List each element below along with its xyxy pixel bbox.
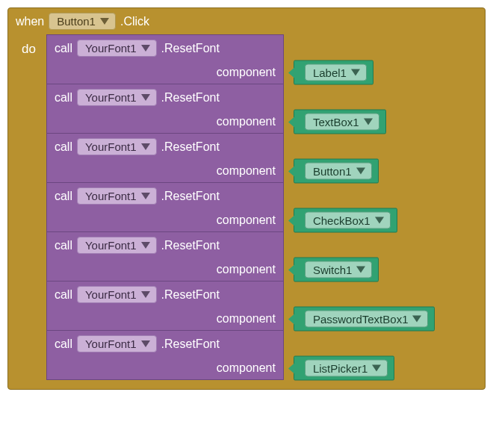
do-keyword: do xyxy=(19,34,46,57)
event-header: when Button1 .Click xyxy=(8,8,485,34)
call-arg-row: componentPasswordTextBox1 xyxy=(47,308,283,330)
call-object-label: YourFont1 xyxy=(85,42,137,55)
call-block[interactable]: callYourFont1.ResetFontcomponentSwitch1 xyxy=(46,232,284,281)
chevron-down-icon xyxy=(351,69,360,76)
call-object-dropdown[interactable]: YourFont1 xyxy=(77,40,157,57)
call-method: .ResetFont xyxy=(161,239,220,252)
call-arg-row: componentListPicker1 xyxy=(47,357,283,379)
call-object-dropdown[interactable]: YourFont1 xyxy=(77,138,157,155)
call-object-label: YourFont1 xyxy=(85,337,137,350)
component-label: ListPicker1 xyxy=(313,362,368,375)
arg-label: component xyxy=(217,361,276,375)
chevron-down-icon xyxy=(141,45,150,52)
chevron-down-icon xyxy=(141,193,150,199)
call-header: callYourFont1.ResetFont xyxy=(47,183,283,209)
component-dropdown[interactable]: Button1 xyxy=(305,163,372,180)
chevron-down-icon xyxy=(356,168,365,175)
chevron-down-icon xyxy=(412,316,421,323)
event-block-button1-click[interactable]: when Button1 .Click do callYourFont1.Res… xyxy=(7,7,486,390)
call-object-dropdown[interactable]: YourFont1 xyxy=(77,286,157,303)
event-name: .Click xyxy=(120,15,149,28)
component-dropdown[interactable]: PasswordTextBox1 xyxy=(305,311,429,328)
call-arg-row: componentLabel1 xyxy=(47,61,283,84)
component-label: PasswordTextBox1 xyxy=(313,313,409,326)
when-keyword: when xyxy=(16,15,44,28)
arg-value-block[interactable]: Label1 xyxy=(294,60,373,85)
component-dropdown[interactable]: CheckBox1 xyxy=(305,212,391,229)
call-keyword: call xyxy=(55,337,72,351)
chevron-down-icon xyxy=(372,365,381,372)
call-arg-row: componentButton1 xyxy=(47,160,283,182)
call-header: callYourFont1.ResetFont xyxy=(47,232,283,258)
chevron-down-icon xyxy=(100,18,109,25)
event-target-dropdown[interactable]: Button1 xyxy=(49,13,116,30)
component-dropdown[interactable]: Label1 xyxy=(305,64,367,81)
component-dropdown[interactable]: Switch1 xyxy=(305,261,373,279)
call-block[interactable]: callYourFont1.ResetFontcomponentTextBox1 xyxy=(46,84,284,134)
call-keyword: call xyxy=(55,42,72,55)
arg-value-block[interactable]: Switch1 xyxy=(294,258,379,282)
call-object-label: YourFont1 xyxy=(85,140,137,153)
call-block[interactable]: callYourFont1.ResetFontcomponentButton1 xyxy=(46,134,284,183)
component-label: CheckBox1 xyxy=(313,214,370,227)
call-method: .ResetFont xyxy=(161,337,220,351)
chevron-down-icon xyxy=(141,291,150,298)
do-stack: callYourFont1.ResetFontcomponentLabel1ca… xyxy=(46,34,284,380)
chevron-down-icon xyxy=(141,143,150,150)
call-arg-row: componentSwitch1 xyxy=(47,258,283,281)
arg-label: component xyxy=(217,312,276,326)
arg-label: component xyxy=(217,263,276,276)
arg-label: component xyxy=(217,115,276,128)
chevron-down-icon xyxy=(141,94,150,101)
component-dropdown[interactable]: ListPicker1 xyxy=(305,360,388,377)
call-keyword: call xyxy=(55,239,72,252)
call-object-label: YourFont1 xyxy=(85,190,137,202)
call-method: .ResetFont xyxy=(161,288,220,302)
event-body: do callYourFont1.ResetFontcomponentLabel… xyxy=(8,34,485,389)
call-header: callYourFont1.ResetFont xyxy=(47,281,283,308)
call-object-dropdown[interactable]: YourFont1 xyxy=(77,89,157,106)
arg-value-block[interactable]: TextBox1 xyxy=(294,110,386,134)
chevron-down-icon xyxy=(141,340,150,347)
call-object-dropdown[interactable]: YourFont1 xyxy=(77,187,157,205)
chevron-down-icon xyxy=(141,242,150,249)
component-label: TextBox1 xyxy=(313,116,359,128)
arg-value-block[interactable]: ListPicker1 xyxy=(294,356,394,381)
call-block[interactable]: callYourFont1.ResetFontcomponentListPick… xyxy=(46,331,284,380)
call-object-label: YourFont1 xyxy=(85,288,137,301)
call-header: callYourFont1.ResetFont xyxy=(47,134,283,160)
call-object-label: YourFont1 xyxy=(85,239,137,252)
call-block[interactable]: callYourFont1.ResetFontcomponentPassword… xyxy=(46,281,284,331)
call-block[interactable]: callYourFont1.ResetFontcomponentLabel1 xyxy=(46,34,284,84)
call-object-dropdown[interactable]: YourFont1 xyxy=(77,335,157,352)
chevron-down-icon xyxy=(356,267,365,273)
call-header: callYourFont1.ResetFont xyxy=(47,331,283,357)
arg-value-block[interactable]: Button1 xyxy=(294,159,379,184)
component-label: Switch1 xyxy=(313,264,353,276)
call-keyword: call xyxy=(55,91,72,105)
call-method: .ResetFont xyxy=(161,190,220,203)
component-label: Button1 xyxy=(313,165,352,178)
component-label: Label1 xyxy=(313,66,347,79)
call-header: callYourFont1.ResetFont xyxy=(47,35,283,61)
call-method: .ResetFont xyxy=(161,140,220,154)
arg-label: component xyxy=(217,66,276,79)
arg-label: component xyxy=(217,164,276,178)
chevron-down-icon xyxy=(375,217,384,224)
call-block[interactable]: callYourFont1.ResetFontcomponentCheckBox… xyxy=(46,183,284,232)
call-object-dropdown[interactable]: YourFont1 xyxy=(77,237,157,254)
call-method: .ResetFont xyxy=(161,91,220,105)
call-arg-row: componentCheckBox1 xyxy=(47,209,283,231)
call-keyword: call xyxy=(55,140,72,154)
event-target-label: Button1 xyxy=(57,15,96,28)
blocks-canvas[interactable]: when Button1 .Click do callYourFont1.Res… xyxy=(7,7,486,390)
component-dropdown[interactable]: TextBox1 xyxy=(305,113,379,131)
arg-value-block[interactable]: CheckBox1 xyxy=(294,208,397,233)
call-arg-row: componentTextBox1 xyxy=(47,111,283,133)
arg-value-block[interactable]: PasswordTextBox1 xyxy=(294,307,435,332)
call-header: callYourFont1.ResetFont xyxy=(47,84,283,111)
call-object-label: YourFont1 xyxy=(85,91,137,104)
arg-label: component xyxy=(217,214,276,227)
call-keyword: call xyxy=(55,288,72,302)
call-method: .ResetFont xyxy=(161,42,220,55)
